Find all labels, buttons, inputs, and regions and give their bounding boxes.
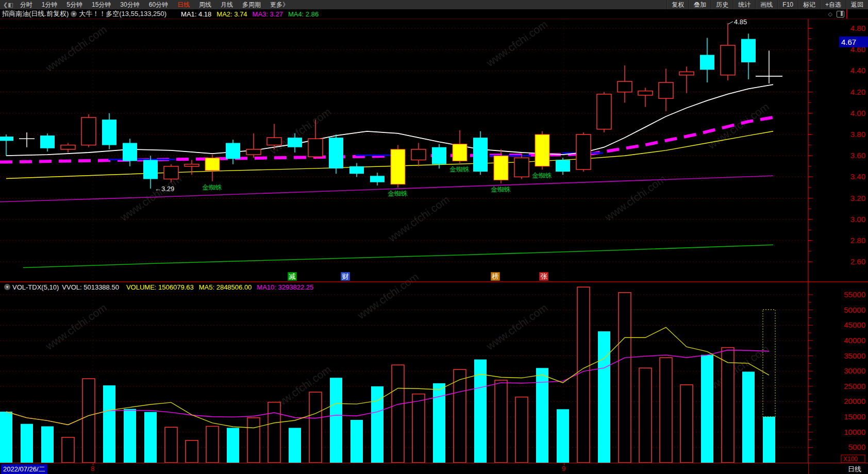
marker-财[interactable]: 财	[341, 272, 350, 281]
candle-19[interactable]	[391, 145, 405, 188]
candle-9[interactable]	[185, 160, 199, 175]
candle-0[interactable]	[0, 134, 13, 156]
volume-bar-19[interactable]	[392, 365, 404, 463]
candle-2[interactable]	[40, 133, 55, 151]
period-tab-1[interactable]: 1分钟	[37, 0, 62, 9]
volume-bar-1[interactable]	[21, 424, 33, 463]
period-tab-10[interactable]: 更多》	[265, 0, 293, 9]
candle-25[interactable]	[514, 154, 529, 179]
period-tab-3[interactable]: 15分钟	[87, 0, 115, 9]
period-tab-5[interactable]: 60分钟	[144, 0, 173, 9]
candle-22[interactable]	[453, 130, 467, 163]
volume-bar-31[interactable]	[639, 368, 652, 463]
volume-collapse-icon[interactable]: ▾	[4, 284, 10, 290]
toolbar-action-2[interactable]: 历史	[711, 0, 733, 9]
candle-26[interactable]	[535, 131, 549, 170]
volume-bar-7[interactable]	[144, 412, 157, 463]
candle-29[interactable]	[597, 92, 611, 132]
toolbar-action-1[interactable]: 叠加	[689, 0, 711, 9]
volume-bar-8[interactable]	[165, 427, 177, 463]
volume-bar-2[interactable]	[41, 426, 54, 463]
candle-23[interactable]	[473, 131, 488, 175]
candle-3[interactable]	[61, 143, 75, 153]
marker-减[interactable]: 减	[288, 272, 297, 281]
candle-4[interactable]	[81, 114, 96, 147]
candle-20[interactable]	[411, 143, 426, 166]
volume-bar-12[interactable]	[247, 418, 260, 463]
volume-bar-3[interactable]	[62, 437, 74, 463]
chart-canvas[interactable]: www.cfchi.comwww.cfchi.comwww.cfchi.comw…	[0, 19, 868, 463]
volume-bar-11[interactable]	[227, 428, 239, 463]
volume-bar-25[interactable]	[515, 397, 528, 463]
volume-bar-28[interactable]	[577, 287, 590, 463]
volume-bar-20[interactable]	[412, 394, 425, 463]
candle-30[interactable]	[617, 65, 632, 103]
candle-31[interactable]	[638, 88, 653, 107]
candle-34[interactable]	[700, 38, 714, 83]
candles-layer[interactable]	[0, 23, 782, 189]
toolbar-action-4[interactable]: 画线	[755, 0, 777, 9]
period-indicator[interactable]: 日线	[848, 465, 861, 474]
toolbar-action-3[interactable]: 统计	[733, 0, 755, 9]
volume-bar-27[interactable]	[557, 409, 569, 463]
candle-6[interactable]	[123, 139, 137, 166]
volume-bar-4[interactable]	[82, 379, 95, 463]
volume-bar-17[interactable]	[350, 420, 363, 463]
toolbar-action-8[interactable]: 返回	[846, 0, 868, 9]
cursor-date[interactable]: 2022/07/26/二	[1, 464, 47, 474]
volume-bar-29[interactable]	[598, 331, 610, 463]
volume-indicator-title[interactable]: VOL-TDX(5,10)	[12, 283, 59, 291]
candle-33[interactable]	[679, 66, 694, 93]
indicator-title[interactable]: 大牛！！多空(13,55,133,250)	[79, 9, 166, 19]
volume-bar-15[interactable]	[309, 392, 322, 463]
toolbar-action-0[interactable]: 复权	[666, 0, 689, 9]
volume-bar-5[interactable]	[103, 385, 115, 463]
volume-bar-37[interactable]	[763, 417, 775, 463]
marker-榜[interactable]: 榜	[491, 272, 500, 281]
split-view-icon[interactable]	[837, 11, 844, 18]
collapse-icon[interactable]: ❮◧	[0, 2, 15, 8]
candle-35[interactable]	[721, 23, 735, 80]
candle-11[interactable]	[226, 140, 240, 164]
volume-bar-21[interactable]	[433, 383, 445, 463]
volume-bar-6[interactable]	[124, 409, 136, 463]
candle-1[interactable]	[19, 132, 35, 147]
period-tab-6[interactable]: 日线	[173, 0, 194, 9]
diamond-icon[interactable]: ◇	[828, 11, 832, 18]
volume-bar-0[interactable]	[0, 412, 12, 463]
volume-bar-9[interactable]	[186, 441, 198, 463]
volume-bar-32[interactable]	[660, 358, 672, 463]
period-tab-7[interactable]: 周线	[194, 0, 216, 9]
candle-7[interactable]	[143, 156, 158, 189]
period-tab-2[interactable]: 5分钟	[62, 0, 87, 9]
candle-32[interactable]	[659, 69, 673, 111]
volume-bar-34[interactable]	[701, 355, 713, 463]
marker-张[interactable]: 张	[539, 272, 548, 281]
candle-5[interactable]	[102, 113, 116, 149]
volume-bar-22[interactable]	[454, 369, 466, 463]
volume-bar-35[interactable]	[722, 348, 734, 463]
volume-bar-36[interactable]	[742, 371, 755, 463]
period-tab-8[interactable]: 月线	[216, 0, 238, 9]
volume-bars[interactable]	[0, 287, 775, 463]
toolbar-action-5[interactable]: F10	[777, 0, 798, 9]
volume-bar-33[interactable]	[680, 385, 693, 463]
period-tab-4[interactable]: 30分钟	[115, 0, 144, 9]
period-tab-0[interactable]: 分时	[15, 0, 37, 9]
volume-bar-14[interactable]	[289, 428, 301, 463]
candle-17[interactable]	[349, 163, 364, 177]
volume-bar-30[interactable]	[619, 293, 631, 463]
volume-bar-24[interactable]	[495, 380, 507, 463]
candle-10[interactable]	[205, 155, 220, 181]
candle-16[interactable]	[329, 134, 343, 174]
period-tab-9[interactable]: 多周期	[238, 0, 265, 9]
candle-12[interactable]	[246, 133, 261, 158]
volume-bar-16[interactable]	[330, 378, 342, 463]
toolbar-action-7[interactable]: +自选	[820, 0, 846, 9]
candle-36[interactable]	[741, 33, 756, 79]
stock-title[interactable]: 招商南油(日线.前复权)	[2, 9, 69, 19]
candle-27[interactable]	[556, 158, 570, 175]
volume-bar-13[interactable]	[268, 402, 280, 463]
candle-37[interactable]	[756, 50, 782, 83]
candle-18[interactable]	[370, 173, 385, 185]
